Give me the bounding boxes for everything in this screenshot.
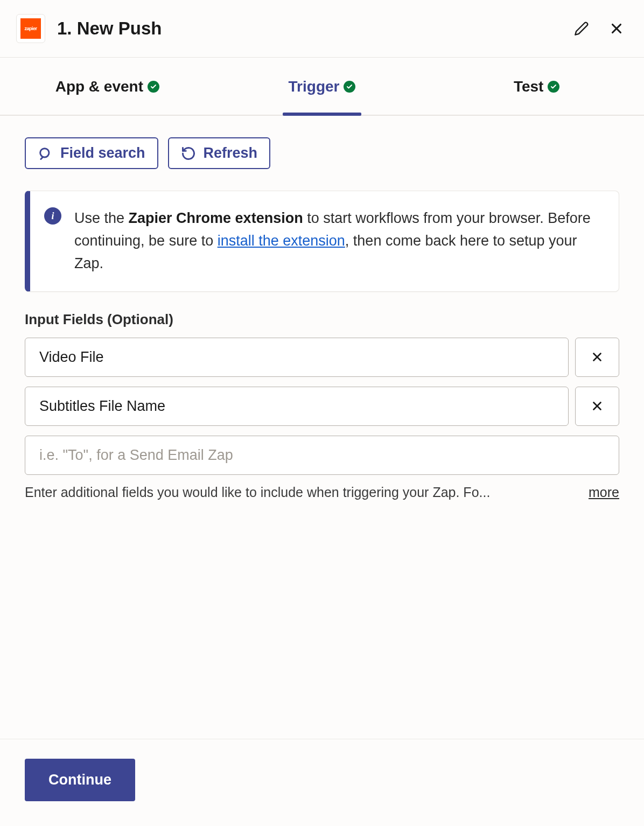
tab-trigger[interactable]: Trigger <box>215 58 430 115</box>
zapier-logo-icon: zapier <box>20 18 41 39</box>
check-icon <box>548 81 559 93</box>
tab-test[interactable]: Test <box>429 58 644 115</box>
tab-label: Trigger <box>289 78 340 95</box>
install-extension-link[interactable]: install the extension <box>218 233 345 249</box>
field-row-new <box>25 436 619 475</box>
close-button[interactable] <box>605 17 628 40</box>
input-field-new[interactable] <box>25 436 619 475</box>
search-icon <box>38 146 53 161</box>
remove-field-button[interactable] <box>575 387 619 426</box>
refresh-icon <box>181 146 196 161</box>
input-field-0[interactable] <box>25 338 569 377</box>
field-row <box>25 338 619 377</box>
info-icon: i <box>44 207 61 225</box>
panel-header: zapier 1. New Push <box>0 0 644 58</box>
info-text: Use the Zapier Chrome extension to start… <box>74 207 600 275</box>
more-link[interactable]: more <box>589 485 619 500</box>
info-icon-wrap: i <box>44 207 61 275</box>
info-banner: i Use the Zapier Chrome extension to sta… <box>25 191 619 292</box>
panel-footer: Continue <box>0 739 644 826</box>
tab-content: Field search Refresh i Use the Zapier Ch… <box>0 116 644 500</box>
input-fields-label: Input Fields (Optional) <box>25 311 619 328</box>
step-title: 1. New Push <box>57 18 162 39</box>
check-icon <box>148 81 159 93</box>
tab-label: Test <box>514 78 544 95</box>
field-search-label: Field search <box>60 145 145 162</box>
tab-label: App & event <box>55 78 143 95</box>
pencil-icon <box>574 21 589 36</box>
tab-app-event[interactable]: App & event <box>0 58 215 115</box>
refresh-label: Refresh <box>204 145 258 162</box>
helper-row: Enter additional fields you would like t… <box>25 485 619 500</box>
input-field-1[interactable] <box>25 387 569 426</box>
continue-button[interactable]: Continue <box>25 759 135 801</box>
header-left: zapier 1. New Push <box>16 14 162 43</box>
field-row <box>25 387 619 426</box>
field-search-button[interactable]: Field search <box>25 137 158 169</box>
check-icon <box>344 81 355 93</box>
info-text-pre: Use the <box>74 210 129 226</box>
refresh-button[interactable]: Refresh <box>168 137 271 169</box>
info-text-bold: Zapier Chrome extension <box>129 210 303 226</box>
header-actions <box>571 17 628 40</box>
close-icon <box>608 20 625 37</box>
helper-text: Enter additional fields you would like t… <box>25 485 578 500</box>
edit-button[interactable] <box>571 18 592 39</box>
close-icon <box>590 399 604 413</box>
remove-field-button[interactable] <box>575 338 619 377</box>
action-buttons: Field search Refresh <box>25 137 619 169</box>
tab-bar: App & event Trigger Test <box>0 58 644 116</box>
svg-line-3 <box>41 157 43 159</box>
app-logo: zapier <box>16 14 45 43</box>
close-icon <box>590 350 604 364</box>
svg-point-2 <box>40 148 49 157</box>
